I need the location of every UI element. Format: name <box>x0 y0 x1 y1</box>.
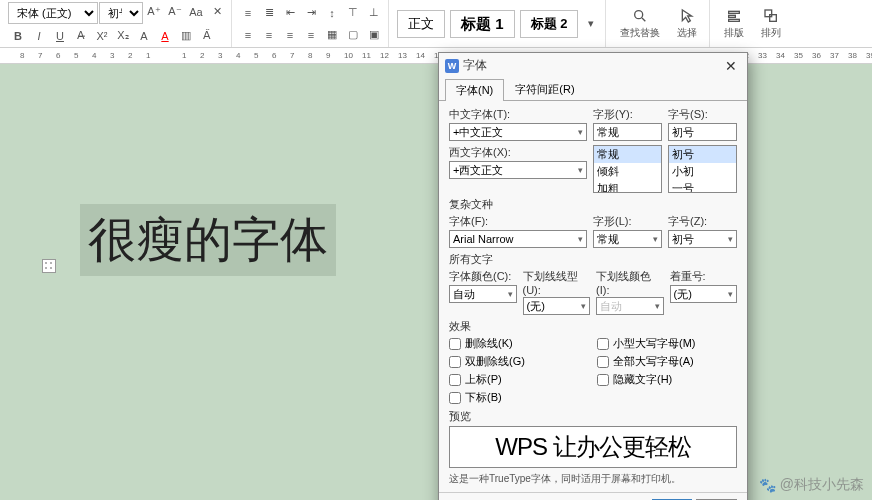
phonetic-icon[interactable]: A̋ <box>197 26 217 46</box>
font-family-select[interactable]: 宋体 (正文) <box>8 2 98 24</box>
strikethrough-icon[interactable]: A̶ <box>71 26 91 46</box>
layout-group: 排版 排列 <box>712 0 793 47</box>
align-justify-icon[interactable]: ≡ <box>301 25 321 45</box>
align-center-icon[interactable]: ≡ <box>259 25 279 45</box>
underline-label: 下划线线型(U): <box>523 269 591 296</box>
editing-group: 查找替换 选择 <box>608 0 710 47</box>
arrange-button[interactable]: 排列 <box>753 6 789 42</box>
close-icon[interactable]: ✕ <box>721 58 741 74</box>
align-top-icon[interactable]: ⊤ <box>343 3 363 23</box>
layout-button[interactable]: 排版 <box>716 6 752 42</box>
find-replace-button[interactable]: 查找替换 <box>612 6 668 42</box>
select-button[interactable]: 选择 <box>669 6 705 42</box>
svg-point-0 <box>635 10 643 18</box>
styles-group: 正文 标题 1 标题 2 ▾ <box>391 0 606 47</box>
underline-color-combo: 自动▾ <box>596 297 664 315</box>
styles-more-icon[interactable]: ▾ <box>581 14 601 34</box>
font-size-select[interactable]: 初号 <box>99 2 143 24</box>
style-body[interactable]: 正文 <box>397 10 445 38</box>
size-listbox[interactable]: 初号 小初 一号 <box>668 145 737 193</box>
dialog-tabs: 字体(N) 字符间距(R) <box>439 78 747 101</box>
subscript-icon[interactable]: X₂ <box>113 26 133 46</box>
wps-icon: W <box>445 59 459 73</box>
font-color-combo[interactable]: 自动▾ <box>449 285 517 303</box>
watermark: 🐾@科技小先森 <box>759 476 864 494</box>
align-right-icon[interactable]: ≡ <box>280 25 300 45</box>
svg-line-1 <box>642 18 645 21</box>
underline-icon[interactable]: U <box>50 26 70 46</box>
line-spacing-icon[interactable]: ↕ <box>322 3 342 23</box>
insert-icon[interactable]: ▣ <box>364 25 384 45</box>
preview-section-label: 预览 <box>449 409 737 424</box>
font-group: 宋体 (正文) 初号 A⁺ A⁻ Aa ✕ B I U A̶ X² X₂ A A… <box>4 0 232 47</box>
clear-format-icon[interactable]: ✕ <box>207 2 227 22</box>
align-left-icon[interactable]: ≡ <box>238 25 258 45</box>
complex-size-combo[interactable]: 初号▾ <box>668 230 737 248</box>
distributed-icon[interactable]: ▦ <box>322 25 342 45</box>
style-listbox[interactable]: 常规 倾斜 加粗 <box>593 145 662 193</box>
numbering-icon[interactable]: ≣ <box>259 3 279 23</box>
emphasis-combo[interactable]: (无)▾ <box>670 285 738 303</box>
highlight-icon[interactable]: A <box>134 26 154 46</box>
size-combo[interactable]: 初号 <box>668 123 737 141</box>
western-font-label: 西文字体(X): <box>449 145 587 160</box>
all-text-section-label: 所有文字 <box>449 252 737 267</box>
small-caps-checkbox[interactable]: 小型大写字母(M) <box>597 336 737 351</box>
complex-section-label: 复杂文种 <box>449 197 737 212</box>
decrease-font-icon[interactable]: A⁻ <box>165 2 185 22</box>
style-label: 字形(Y): <box>593 107 662 122</box>
bold-icon[interactable]: B <box>8 26 28 46</box>
increase-font-icon[interactable]: A⁺ <box>144 2 164 22</box>
superscript-checkbox[interactable]: 上标(P) <box>449 372 589 387</box>
style-h2[interactable]: 标题 2 <box>520 10 579 38</box>
selected-text[interactable]: 很瘦的字体 <box>80 204 336 276</box>
preview-box: WPS 让办公更轻松 <box>449 426 737 468</box>
underline-combo[interactable]: (无)▾ <box>523 297 591 315</box>
dialog-title-text: 字体 <box>463 58 487 72</box>
effects-section-label: 效果 <box>449 319 737 334</box>
dialog-titlebar[interactable]: W字体 ✕ <box>439 53 747 78</box>
tab-font[interactable]: 字体(N) <box>445 79 504 101</box>
chinese-font-combo[interactable]: +中文正文▾ <box>449 123 587 141</box>
subscript-checkbox[interactable]: 下标(B) <box>449 390 589 405</box>
complex-size-label: 字号(Z): <box>668 214 737 229</box>
double-strikethrough-checkbox[interactable]: 双删除线(G) <box>449 354 589 369</box>
tab-spacing[interactable]: 字符间距(R) <box>504 78 585 100</box>
complex-font-combo[interactable]: Arial Narrow▾ <box>449 230 587 248</box>
shading-icon[interactable]: ▥ <box>176 26 196 46</box>
decrease-indent-icon[interactable]: ⇤ <box>280 3 300 23</box>
svg-rect-5 <box>765 10 772 17</box>
hidden-checkbox[interactable]: 隐藏文字(H) <box>597 372 737 387</box>
svg-rect-3 <box>729 15 736 17</box>
style-combo[interactable]: 常规 <box>593 123 662 141</box>
western-font-combo[interactable]: +西文正文▾ <box>449 161 587 179</box>
preview-note: 这是一种TrueType字体，同时适用于屏幕和打印机。 <box>449 472 737 486</box>
size-label: 字号(S): <box>668 107 737 122</box>
font-color-icon[interactable]: A <box>155 26 175 46</box>
change-case-icon[interactable]: Aa <box>186 2 206 22</box>
svg-rect-4 <box>729 19 740 21</box>
complex-style-label: 字形(L): <box>593 214 662 229</box>
paragraph-group: ≡ ≣ ⇤ ⇥ ↕ ⊤ ⊥ ≡ ≡ ≡ ≡ ▦ ▢ ▣ <box>234 0 389 47</box>
svg-rect-6 <box>770 14 777 21</box>
style-h1[interactable]: 标题 1 <box>450 10 515 38</box>
underline-color-label: 下划线颜色(I): <box>596 269 664 296</box>
align-bottom-icon[interactable]: ⊥ <box>364 3 384 23</box>
font-dialog: W字体 ✕ 字体(N) 字符间距(R) 中文字体(T): +中文正文▾ 字形(Y… <box>438 52 748 500</box>
superscript-icon[interactable]: X² <box>92 26 112 46</box>
strikethrough-checkbox[interactable]: 删除线(K) <box>449 336 589 351</box>
complex-font-label: 字体(F): <box>449 214 587 229</box>
font-color-label: 字体颜色(C): <box>449 269 517 284</box>
all-caps-checkbox[interactable]: 全部大写字母(A) <box>597 354 737 369</box>
chinese-font-label: 中文字体(T): <box>449 107 587 122</box>
move-handle-icon[interactable] <box>42 259 56 273</box>
increase-indent-icon[interactable]: ⇥ <box>301 3 321 23</box>
bullets-icon[interactable]: ≡ <box>238 3 258 23</box>
italic-icon[interactable]: I <box>29 26 49 46</box>
svg-rect-2 <box>729 11 740 13</box>
main-toolbar: 宋体 (正文) 初号 A⁺ A⁻ Aa ✕ B I U A̶ X² X₂ A A… <box>0 0 872 48</box>
borders-icon[interactable]: ▢ <box>343 25 363 45</box>
complex-style-combo[interactable]: 常规▾ <box>593 230 662 248</box>
emphasis-label: 着重号: <box>670 269 738 284</box>
